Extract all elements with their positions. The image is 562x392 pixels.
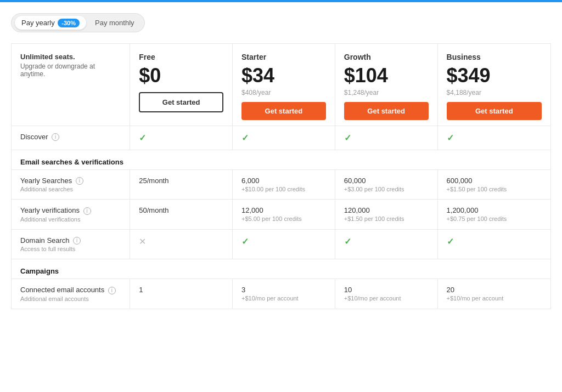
feature-value-cell: ✓ [233,126,335,150]
pricing-table: Unlimited seats. Upgrade or downgrade at… [11,43,551,309]
feature-value-cell: 50/month [130,200,233,230]
section-header-1: Email searches & verifications [12,150,551,169]
discount-badge: -30% [58,19,80,27]
plan-growth-price: $104 [344,65,429,87]
unlimited-seats-text: Unlimited seats. [20,53,121,61]
pay-yearly-label: Pay yearly [21,19,55,27]
feature-label: Discover i [12,126,130,150]
section-header-6: Campaigns [12,259,551,279]
free-get-started-button[interactable]: Get started [139,92,223,112]
check-icon: ✓ [241,133,249,143]
check-icon: ✓ [241,237,249,246]
pay-yearly-option[interactable]: Pay yearly -30% [15,16,86,30]
info-icon[interactable]: i [52,133,59,141]
plan-business-per-year: $4,188/year [447,89,542,96]
billing-toggle-row: Pay yearly -30% Pay monthly [11,13,551,32]
plan-growth-per-year: $1,248/year [344,89,429,96]
plan-growth-name: Growth [344,53,429,61]
check-icon: ✓ [344,133,351,143]
feature-value-cell: 20+$10/mo per account [437,279,550,309]
pay-monthly-option[interactable]: Pay monthly [88,16,141,30]
feature-value-cell: 25/month [130,169,233,200]
pay-monthly-label: Pay monthly [95,19,134,27]
cross-icon: ✕ [139,237,146,246]
upgrade-text: Upgrade or downgrade at anytime. [20,63,121,78]
feature-value-cell: 600,000+$1.50 per 100 credits [437,169,550,200]
feature-label: Domain Search i Access to full results [12,229,130,259]
feature-value-cell: 10+$10/mo per account [335,279,437,309]
feature-value-cell: 120,000+$1.50 per 100 credits [335,200,437,230]
feature-label: Yearly verifications i Additional verifi… [12,200,130,230]
info-icon[interactable]: i [73,237,81,245]
business-get-started-button[interactable]: Get started [447,102,542,120]
feature-row-4: Domain Search i Access to full results ✕… [12,229,551,259]
feature-row-7: Connected email accounts i Additional em… [12,279,551,309]
plan-starter-price: $34 [241,65,326,87]
info-icon[interactable]: i [76,177,83,185]
feature-row-2: Yearly Searches i Additional searches 25… [12,169,551,200]
plan-starter-header: Starter $34 $408/year Get started [233,44,335,126]
plan-header-row: Unlimited seats. Upgrade or downgrade at… [12,44,551,126]
feature-label: Yearly Searches i Additional searches [12,169,130,200]
feature-value-cell: ✓ [335,229,437,259]
plan-free-name: Free [139,53,223,61]
billing-toggle[interactable]: Pay yearly -30% Pay monthly [11,13,145,32]
info-icon[interactable]: i [83,207,91,215]
feature-value-cell: 6,000+$10.00 per 100 credits [233,169,335,200]
feature-value-cell: 1,200,000+$0.75 per 100 credits [437,200,550,230]
feature-row-3: Yearly verifications i Additional verifi… [12,200,551,230]
plan-free-price: $0 [139,65,223,87]
section-title: Campaigns [20,267,59,275]
check-icon: ✓ [344,237,351,246]
feature-value-cell: ✓ [130,126,233,150]
check-icon: ✓ [447,133,454,143]
plan-business-header: Business $349 $4,188/year Get started [437,44,550,126]
starter-get-started-button[interactable]: Get started [241,102,326,120]
info-icon[interactable]: i [108,287,116,294]
check-icon: ✓ [139,133,146,143]
feature-value-cell: 3+$10/mo per account [233,279,335,309]
growth-get-started-button[interactable]: Get started [344,102,429,120]
plan-starter-name: Starter [241,53,326,61]
feature-col-header: Unlimited seats. Upgrade or downgrade at… [12,44,130,126]
plan-business-name: Business [447,53,542,61]
feature-value-cell: ✓ [335,126,437,150]
feature-label: Connected email accounts i Additional em… [12,279,130,309]
feature-value-cell: ✕ [130,229,233,259]
feature-value-cell: ✓ [437,126,550,150]
check-icon: ✓ [447,237,454,246]
feature-value-cell: ✓ [233,229,335,259]
plan-starter-per-year: $408/year [241,89,326,96]
feature-row-0: Discover i ✓ ✓ ✓ ✓ [12,126,551,150]
plan-business-price: $349 [447,65,542,87]
feature-value-cell: 12,000+$5.00 per 100 credits [233,200,335,230]
feature-value-cell: ✓ [437,229,550,259]
section-title: Email searches & verifications [20,158,123,166]
plan-free-header: Free $0 Get started [130,44,233,126]
feature-value-cell: 60,000+$3.00 per 100 credits [335,169,437,200]
plan-growth-header: Growth $104 $1,248/year Get started [335,44,437,126]
feature-value-cell: 1 [130,279,233,309]
